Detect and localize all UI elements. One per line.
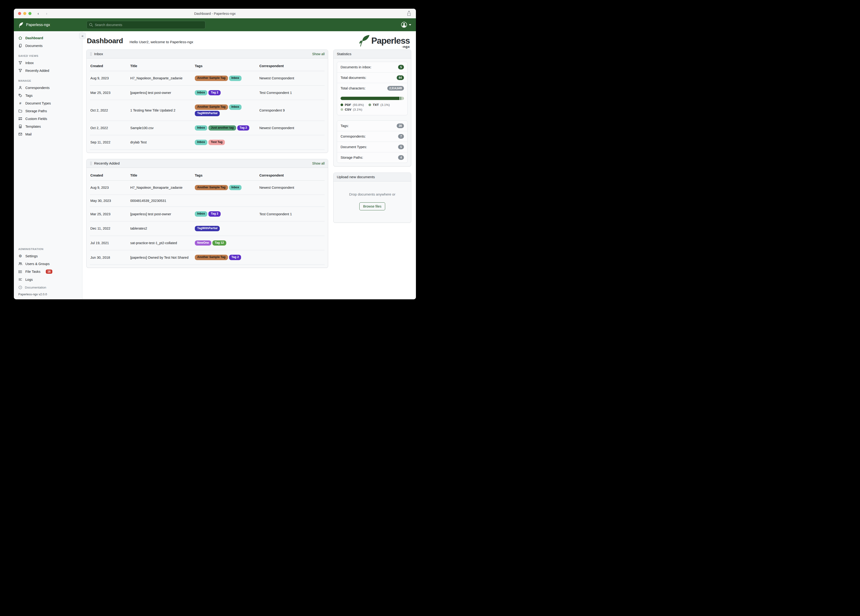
- inbox-widget-header: Inbox Show all: [86, 50, 328, 58]
- table-row[interactable]: Oct 2, 2022Sample100.csvInboxJust anothe…: [90, 121, 325, 135]
- created-cell: Mar 25, 2023: [90, 85, 130, 100]
- table-row[interactable]: Mar 25, 2023[paperless] test post-ownerI…: [90, 207, 325, 222]
- column-header-title: Title: [130, 169, 195, 181]
- sidebar-item-settings[interactable]: ⚙ Settings: [14, 252, 82, 260]
- sidebar-item-documents[interactable]: Documents: [14, 42, 82, 50]
- tag-badge[interactable]: Test Tag: [209, 140, 225, 145]
- correspondent-link[interactable]: Newest Correspondent: [259, 180, 325, 195]
- user-menu[interactable]: [401, 22, 411, 28]
- tag-badge[interactable]: Tag 2: [209, 90, 221, 96]
- tag-badge[interactable]: Tag 12: [212, 240, 226, 246]
- created-cell: Oct 2, 2022: [90, 100, 130, 121]
- tag-badge[interactable]: Inbox: [229, 75, 242, 81]
- minimize-window-button[interactable]: [23, 12, 26, 15]
- back-icon[interactable]: ‹: [38, 11, 39, 16]
- sidebar-collapse-button[interactable]: «: [79, 32, 86, 39]
- sidebar-item-document-types[interactable]: # Document Types: [14, 99, 82, 107]
- created-cell: Mar 25, 2023: [90, 207, 130, 222]
- sidebar-item-dashboard[interactable]: Dashboard: [14, 34, 82, 42]
- document-title-link[interactable]: [paperless] test post-owner: [130, 207, 195, 222]
- sidebar-item-file-tasks[interactable]: File Tasks 16: [14, 268, 82, 276]
- tag-badge[interactable]: Another Sample Tag: [195, 255, 228, 260]
- stat-row: Storage Paths:4: [337, 152, 408, 163]
- table-row[interactable]: Sep 11, 2022drylab TestInboxTest Tag: [90, 135, 325, 150]
- tag-badge[interactable]: Another Sample Tag: [195, 185, 228, 190]
- sidebar-item-logs[interactable]: Logs: [14, 276, 82, 283]
- document-title-link[interactable]: H7_Napoleon_Bonaparte_zadanie: [130, 71, 195, 86]
- table-row[interactable]: Jul 19, 2021sat-practice-test-1_pt2-coll…: [90, 236, 325, 250]
- legend-percent: (3.1%): [380, 103, 390, 107]
- search-input[interactable]: [86, 21, 206, 29]
- created-cell: Aug 9, 2023: [90, 71, 130, 86]
- correspondent-link[interactable]: Newest Correspondent: [259, 121, 325, 135]
- correspondent-link[interactable]: Test Correspondent 1: [259, 85, 325, 100]
- tag-badge[interactable]: Inbox: [229, 185, 242, 190]
- tag-badge[interactable]: Inbox: [195, 90, 207, 96]
- document-title-link[interactable]: 1 Testing New Title Updated 2: [130, 100, 195, 121]
- document-title-link[interactable]: 0004814539_20230531: [130, 195, 195, 207]
- document-title-link[interactable]: [paperless] Owned by Test Not Shared: [130, 250, 195, 265]
- tag-badge[interactable]: Tag 2: [209, 211, 221, 217]
- tag-badge[interactable]: NewOne: [195, 240, 211, 246]
- logo-suffix: -ngx: [402, 45, 410, 49]
- sidebar-item-templates[interactable]: Templates: [14, 123, 82, 130]
- document-title-link[interactable]: tablerates2: [130, 222, 195, 236]
- tag-badge[interactable]: Tag 2: [229, 255, 241, 260]
- tag-badge[interactable]: Inbox: [195, 140, 207, 145]
- sidebar-item-storage-paths[interactable]: Storage Paths: [14, 107, 82, 115]
- table-row[interactable]: Dec 11, 2022tablerates2TagWithPartial: [90, 222, 325, 236]
- drag-handle-icon[interactable]: [90, 52, 92, 56]
- table-row[interactable]: Aug 9, 2023H7_Napoleon_Bonaparte_zadanie…: [90, 71, 325, 86]
- logo-word: Paperless: [371, 36, 410, 45]
- hash-icon: #: [18, 101, 22, 105]
- brand[interactable]: Paperless-ngx: [19, 22, 50, 28]
- sidebar-item-inbox[interactable]: Inbox: [14, 59, 82, 67]
- tag-badge[interactable]: Inbox: [195, 125, 207, 131]
- document-title-link[interactable]: drylab Test: [130, 135, 195, 150]
- correspondent-link[interactable]: Correspondent 9: [259, 100, 325, 121]
- file-template-icon: [18, 124, 22, 129]
- recently-added-table: Created Title Tags Correspondent Aug 9, …: [90, 169, 325, 265]
- correspondent-link[interactable]: Newest Correspondent: [259, 71, 325, 86]
- created-cell: Jul 19, 2021: [90, 236, 130, 250]
- browse-files-button[interactable]: Browse files: [359, 202, 385, 211]
- sidebar-item-label: Inbox: [25, 61, 34, 65]
- sidebar-item-label: Custom Fields: [25, 117, 47, 121]
- tag-badge[interactable]: Tag 2: [237, 125, 250, 131]
- window-title: Dashboard - Paperless-ngx: [194, 12, 235, 16]
- forward-icon[interactable]: ›: [46, 11, 47, 16]
- drag-handle-icon[interactable]: [90, 162, 92, 165]
- sidebar-item-custom-fields[interactable]: Custom Fields: [14, 115, 82, 123]
- tag-badge[interactable]: Another Sample Tag: [195, 104, 228, 110]
- sidebar-item-correspondents[interactable]: Correspondents: [14, 84, 82, 91]
- sidebar-item-tags[interactable]: Tags: [14, 91, 82, 99]
- tag-badge[interactable]: Just another tag: [209, 125, 236, 131]
- tag-badge[interactable]: Inbox: [229, 104, 242, 110]
- sidebar-item-mail[interactable]: Mail: [14, 130, 82, 138]
- document-title-link[interactable]: H7_Napoleon_Bonaparte_zadanie: [130, 180, 195, 195]
- table-row[interactable]: Aug 9, 2023H7_Napoleon_Bonaparte_zadanie…: [90, 180, 325, 195]
- sidebar-item-recently-added[interactable]: Recently Added: [14, 67, 82, 74]
- show-all-link[interactable]: Show all: [312, 52, 325, 56]
- progress-segment-csv: [402, 97, 404, 100]
- table-row[interactable]: May 30, 20230004814539_20230531: [90, 195, 325, 207]
- sidebar-item-users-groups[interactable]: Users & Groups: [14, 260, 82, 268]
- tag-badge[interactable]: Another Sample Tag: [195, 75, 228, 81]
- table-row[interactable]: Mar 25, 2023[paperless] test post-ownerI…: [90, 85, 325, 100]
- document-title-link[interactable]: [paperless] test post-owner: [130, 85, 195, 100]
- table-row[interactable]: Jun 30, 2018[paperless] Owned by Test No…: [90, 250, 325, 265]
- show-all-link[interactable]: Show all: [312, 162, 325, 165]
- correspondent-link[interactable]: Test Correspondent 1: [259, 207, 325, 222]
- sidebar: Dashboard Documents SAVED VIEWS Inbox Re: [14, 31, 82, 299]
- share-icon[interactable]: [407, 11, 411, 16]
- tags-cell: [195, 195, 259, 207]
- table-row[interactable]: Oct 2, 20221 Testing New Title Updated 2…: [90, 100, 325, 121]
- document-title-link[interactable]: Sample100.csv: [130, 121, 195, 135]
- tag-badge[interactable]: TagWithPartial: [195, 226, 220, 231]
- tag-badge[interactable]: Inbox: [195, 211, 207, 217]
- close-window-button[interactable]: [18, 12, 21, 15]
- zoom-window-button[interactable]: [28, 12, 31, 15]
- sidebar-item-documentation[interactable]: ? Documentation: [14, 283, 82, 292]
- document-title-link[interactable]: sat-practice-test-1_pt2-collated: [130, 236, 195, 250]
- tag-badge[interactable]: TagWithPartial: [195, 111, 220, 116]
